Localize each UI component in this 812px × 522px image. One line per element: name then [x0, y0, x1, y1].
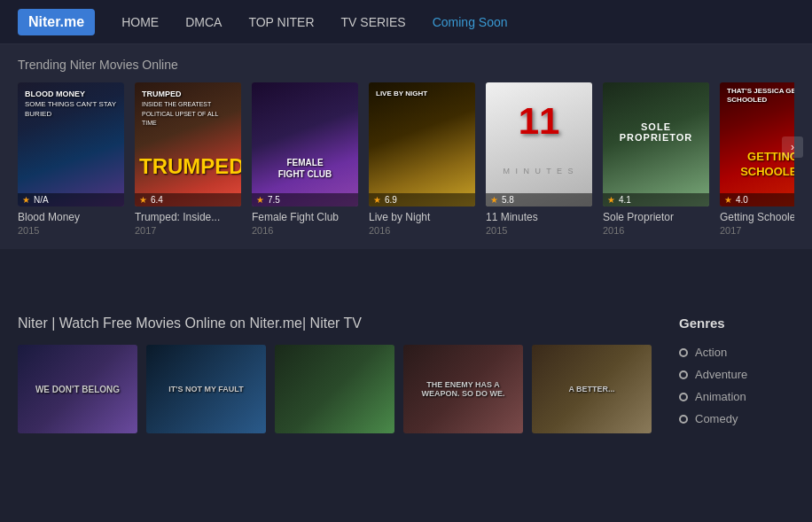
movie-card-live-by-night[interactable]: LIVE BY NIGHT ★ 6.9 Live by Night 2016	[369, 82, 475, 236]
logo[interactable]: Niter.me	[18, 9, 95, 35]
thumb-enemy[interactable]: THE ENEMY HAS A WEAPON. SO DO WE.	[403, 345, 523, 433]
genre-item-adventure[interactable]: Adventure	[679, 363, 794, 386]
movie-year: 2016	[252, 225, 358, 236]
thumb-bg: WE DON'T BELONG	[18, 345, 137, 433]
genre-label: Action	[695, 346, 727, 359]
rating-value: 7.5	[268, 195, 280, 205]
header: Niter.me HOME DMCA TOP NITER TV SERIES C…	[0, 0, 812, 44]
thumb-label: WE DON'T BELONG	[35, 385, 120, 394]
content-left: Niter | Watch Free Movies Online on Nite…	[18, 316, 661, 433]
movies-row: BLOOD MONEYSOME THINGS CAN'T STAY BURIED…	[18, 82, 794, 236]
movie-year: 2017	[135, 225, 241, 236]
rating-value: 4.0	[736, 195, 748, 205]
thumb-bg: IT'S NOT MY FAULT	[146, 345, 266, 433]
poster-overlay-live: LIVE BY NIGHT	[376, 90, 468, 98]
genre-circle	[679, 393, 688, 401]
poster-overlay-getting: THAT'S JESSICA GETTING SCHOOLED	[727, 87, 794, 104]
genre-circle	[679, 348, 688, 357]
rating-value: 6.4	[151, 195, 163, 205]
movie-year: 2016	[369, 225, 475, 236]
movie-title: Sole Proprietor	[603, 211, 709, 223]
movie-card-11-minutes[interactable]: 11 M I N U T E S ★ 5.8 11 Minutes 2015	[486, 82, 592, 236]
rating-value: 6.9	[385, 195, 397, 205]
poster-overlay-trumped: TRUMPEDINSIDE THE GREATEST POLITICAL UPS…	[142, 90, 234, 128]
genre-circle	[679, 415, 688, 424]
movie-title: 11 Minutes	[486, 211, 592, 223]
movie-card-trumped[interactable]: TRUMPEDINSIDE THE GREATEST POLITICAL UPS…	[135, 82, 241, 236]
thumb-not-fault[interactable]: IT'S NOT MY FAULT	[146, 345, 266, 433]
nav-coming-soon[interactable]: Coming Soon	[433, 15, 508, 29]
minutes-text: M I N U T E S	[503, 167, 574, 175]
poster-main-trumped: TRUMPED	[139, 152, 237, 180]
movie-year: 2015	[486, 225, 592, 236]
movie-card-getting-schooled[interactable]: THAT'S JESSICA GETTING SCHOOLED GETTINGS…	[720, 82, 794, 236]
main-content: Niter | Watch Free Movies Online on Nite…	[0, 302, 812, 447]
star-icon: ★	[256, 195, 264, 205]
genre-item-animation[interactable]: Animation	[679, 386, 794, 408]
trending-title: Trending Niter Movies Online	[18, 58, 794, 72]
movie-year: 2017	[720, 225, 794, 236]
star-icon: ★	[22, 195, 30, 205]
genre-item-comedy[interactable]: Comedy	[679, 408, 794, 430]
genres-sidebar: Genres Action Adventure Animation Comedy	[679, 316, 794, 433]
genres-title: Genres	[679, 316, 794, 331]
movie-card-sole-proprietor[interactable]: SOLEPROPRIETOR ★ 4.1 Sole Proprietor 201…	[603, 82, 709, 236]
genre-label: Animation	[695, 390, 746, 403]
star-icon: ★	[490, 195, 498, 205]
eleven-text: 11	[519, 100, 560, 143]
poster-overlay-blood-money: BLOOD MONEYSOME THINGS CAN'T STAY BURIED	[25, 90, 117, 118]
thumb-bg: A BETTER...	[532, 345, 652, 433]
trending-section: Trending Niter Movies Online BLOOD MONEY…	[0, 44, 812, 249]
next-arrow-button[interactable]: ›	[782, 136, 803, 158]
poster-main-sole: SOLEPROPRIETOR	[620, 121, 693, 143]
nav-home[interactable]: HOME	[121, 15, 159, 29]
nav-dmca[interactable]: DMCA	[185, 15, 222, 29]
nav-top-niter[interactable]: TOP NITER	[248, 15, 314, 29]
thumb-we-dont-belong[interactable]: WE DON'T BELONG	[18, 345, 137, 433]
thumb-label: THE ENEMY HAS A WEAPON. SO DO WE.	[403, 376, 523, 402]
thumb-label: A BETTER...	[564, 380, 619, 398]
gap-section	[0, 249, 812, 302]
movie-year: 2015	[18, 225, 124, 236]
movie-year: 2016	[603, 225, 709, 236]
movie-card-female-fight-club[interactable]: FEMALEFIGHT CLUB ★ 7.5 Female Fight Club…	[252, 82, 358, 236]
thumb-bg	[275, 345, 394, 433]
genre-item-action[interactable]: Action	[679, 341, 794, 363]
poster-main-female: FEMALEFIGHT CLUB	[256, 157, 354, 180]
nav-tv-series[interactable]: TV SERIES	[341, 15, 406, 29]
movie-title: Getting Schooled	[720, 211, 794, 223]
movie-title: Trumped: Inside...	[135, 211, 241, 223]
movie-title: Female Fight Club	[252, 211, 358, 223]
rating-value: 5.8	[502, 195, 514, 205]
star-icon: ★	[139, 195, 147, 205]
movie-title: Live by Night	[369, 211, 475, 223]
thumb-something[interactable]	[275, 345, 394, 433]
genre-circle	[679, 370, 688, 379]
star-icon: ★	[724, 195, 732, 205]
content-title: Niter | Watch Free Movies Online on Nite…	[18, 316, 661, 331]
genre-label: Adventure	[695, 368, 747, 381]
thumb-bg: THE ENEMY HAS A WEAPON. SO DO WE.	[403, 345, 523, 433]
thumb-better[interactable]: A BETTER...	[532, 345, 652, 433]
rating-value: N/A	[34, 195, 49, 205]
navigation: HOME DMCA TOP NITER TV SERIES Coming Soo…	[121, 15, 507, 29]
movie-card-blood-money[interactable]: BLOOD MONEYSOME THINGS CAN'T STAY BURIED…	[18, 82, 124, 236]
movie-title: Blood Money	[18, 211, 124, 223]
rating-value: 4.1	[619, 195, 631, 205]
thumbnail-grid: WE DON'T BELONG IT'S NOT MY FAULT THE EN…	[18, 345, 661, 433]
genre-label: Comedy	[695, 412, 738, 425]
star-icon: ★	[373, 195, 381, 205]
star-icon: ★	[607, 195, 615, 205]
thumb-label: IT'S NOT MY FAULT	[164, 380, 247, 398]
